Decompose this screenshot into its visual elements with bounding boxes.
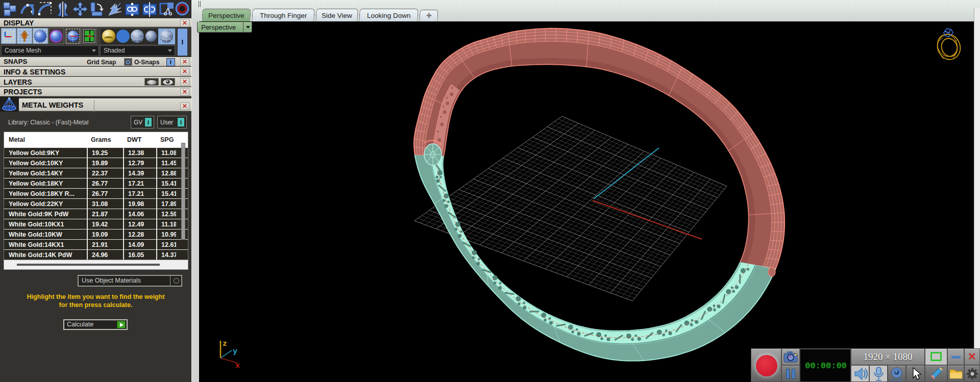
svg-text:y: y: [233, 347, 237, 356]
svg-text:z: z: [223, 340, 227, 348]
svg-text:x: x: [235, 362, 240, 370]
